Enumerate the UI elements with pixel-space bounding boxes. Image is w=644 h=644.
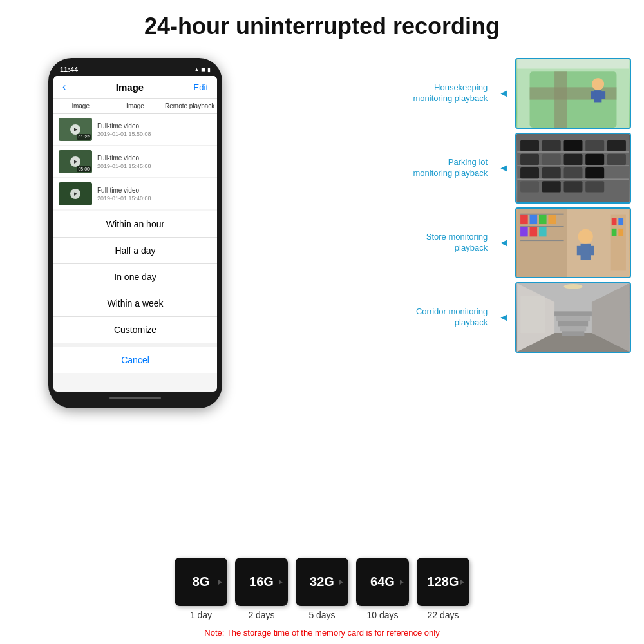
svg-rect-33 bbox=[520, 215, 528, 224]
svg-rect-59 bbox=[558, 321, 588, 327]
action-customize[interactable]: Customize bbox=[53, 317, 217, 343]
phone-section: 11:44 ▲ ◼ ▮ ‹ Image Edit image Image Rem… bbox=[6, 52, 264, 553]
tab-remote-playback[interactable]: Remote playback bbox=[162, 99, 217, 113]
svg-rect-44 bbox=[581, 244, 591, 260]
svg-rect-19 bbox=[607, 154, 626, 165]
action-cancel[interactable]: Cancel bbox=[53, 347, 217, 373]
action-within-hour[interactable]: Within an hour bbox=[53, 211, 217, 238]
play-btn-1[interactable]: ▶ bbox=[70, 124, 80, 135]
monitoring-row-parking: Parking lotmonitoring playback ◄ bbox=[277, 133, 631, 204]
video-item-2[interactable]: ▶ 05:00 Full-time video 2019-01-01 15:45… bbox=[53, 146, 217, 177]
svg-rect-30 bbox=[517, 178, 629, 180]
svg-rect-6 bbox=[591, 91, 596, 99]
arrow-corridor: ◄ bbox=[498, 312, 509, 323]
page-title: 24-hour uninterrupted recording bbox=[144, 13, 500, 40]
svg-rect-17 bbox=[564, 154, 583, 165]
video-thumb-3: ▶ bbox=[59, 182, 92, 205]
app-header: ‹ Image Edit bbox=[53, 76, 217, 99]
action-within-week[interactable]: Within a week bbox=[53, 290, 217, 317]
svg-rect-27 bbox=[585, 181, 604, 192]
right-panel: Housekeepingmonitoring playback ◄ bbox=[264, 52, 638, 553]
sd-card-item-32g: 32G 5 days bbox=[296, 558, 348, 620]
svg-rect-12 bbox=[564, 140, 583, 151]
corridor-image bbox=[515, 282, 631, 353]
duration-1: 01:22 bbox=[77, 134, 91, 140]
svg-rect-28 bbox=[517, 151, 629, 153]
svg-rect-29 bbox=[517, 165, 629, 166]
video-thumb-2: ▶ 05:00 bbox=[59, 150, 92, 173]
video-info-1: Full-time video 2019-01-01 15:50:08 bbox=[97, 122, 212, 137]
svg-rect-42 bbox=[520, 214, 564, 215]
svg-rect-57 bbox=[554, 311, 592, 316]
monitoring-row-store: Store monitoringplayback ◄ bbox=[277, 207, 631, 278]
action-half-day[interactable]: Half a day bbox=[53, 238, 217, 264]
video-title-2: Full-time video bbox=[97, 155, 212, 162]
phone-status-icons: ▲ ◼ ▮ bbox=[194, 66, 211, 73]
phone-screen: ‹ Image Edit image Image Remote playback bbox=[53, 76, 217, 392]
back-button[interactable]: ‹ bbox=[62, 81, 66, 93]
tab-image1[interactable]: image bbox=[53, 99, 108, 113]
housekeeping-img-content bbox=[516, 59, 630, 128]
sd-days-32g: 5 days bbox=[308, 610, 335, 620]
svg-point-43 bbox=[578, 229, 593, 244]
svg-rect-2 bbox=[554, 71, 567, 128]
tab-image2[interactable]: Image bbox=[108, 99, 163, 113]
svg-rect-16 bbox=[542, 154, 561, 165]
monitoring-row-corridor: Corridor monitoringplayback ◄ bbox=[277, 282, 631, 353]
phone-time: 11:44 bbox=[60, 66, 78, 73]
svg-rect-35 bbox=[539, 215, 547, 224]
svg-point-4 bbox=[592, 78, 604, 90]
store-image bbox=[515, 207, 631, 278]
video-date-1: 2019-01-01 15:50:08 bbox=[97, 131, 212, 137]
sd-size-64g: 64G bbox=[370, 574, 395, 589]
app-title: Image bbox=[116, 82, 144, 93]
sd-card-8g: 8G bbox=[175, 558, 227, 606]
sd-size-16g: 16G bbox=[249, 574, 274, 589]
svg-rect-34 bbox=[530, 215, 538, 224]
svg-rect-51 bbox=[618, 229, 623, 236]
svg-rect-36 bbox=[548, 215, 556, 224]
monitoring-row-housekeeping: Housekeepingmonitoring playback ◄ bbox=[277, 58, 631, 129]
action-in-one-day[interactable]: In one day bbox=[53, 264, 217, 290]
arrow-housekeeping: ◄ bbox=[498, 88, 509, 99]
sd-card-item-128g: 128G 22 days bbox=[417, 558, 469, 620]
sd-card-item-16g: 16G 2 days bbox=[235, 558, 288, 620]
svg-rect-7 bbox=[600, 91, 605, 99]
sd-days-128g: 22 days bbox=[427, 610, 459, 620]
video-list: ▶ 01:22 Full-time video 2019-01-01 15:50… bbox=[53, 114, 217, 209]
play-btn-2[interactable]: ▶ bbox=[70, 156, 80, 167]
video-title-3: Full-time video bbox=[97, 187, 212, 194]
video-thumb-1: ▶ 01:22 bbox=[59, 118, 92, 141]
svg-rect-45 bbox=[577, 246, 582, 255]
housekeeping-image bbox=[515, 58, 631, 129]
page-wrapper: 24-hour uninterrupted recording 11:44 ▲ … bbox=[0, 0, 644, 644]
svg-rect-48 bbox=[612, 218, 617, 225]
sd-size-32g: 32G bbox=[310, 574, 334, 589]
video-date-2: 2019-01-01 15:45:08 bbox=[97, 163, 212, 169]
svg-rect-60 bbox=[560, 326, 586, 331]
edit-button[interactable]: Edit bbox=[194, 82, 208, 92]
storage-note: Note: The storage time of the memory car… bbox=[204, 628, 439, 638]
parking-label: Parking lotmonitoring playback bbox=[277, 157, 491, 179]
sd-days-64g: 10 days bbox=[366, 610, 398, 620]
svg-rect-41 bbox=[520, 226, 564, 227]
svg-rect-58 bbox=[556, 316, 590, 321]
store-img-content bbox=[516, 209, 630, 277]
video-item-3[interactable]: ▶ Full-time video 2019-01-01 15:40:08 bbox=[53, 178, 217, 209]
phone-status-bar: 11:44 ▲ ◼ ▮ bbox=[53, 66, 217, 73]
parking-img-content bbox=[516, 134, 630, 202]
svg-rect-18 bbox=[585, 154, 604, 165]
sd-card-32g: 32G bbox=[296, 558, 348, 606]
svg-rect-8 bbox=[517, 59, 629, 68]
svg-rect-61 bbox=[562, 331, 585, 336]
duration-2: 05:00 bbox=[77, 166, 91, 172]
sd-card-128g: 128G bbox=[417, 558, 469, 606]
video-item-1[interactable]: ▶ 01:22 Full-time video 2019-01-01 15:50… bbox=[53, 114, 217, 145]
sd-card-item-64g: 64G 10 days bbox=[356, 558, 409, 620]
svg-rect-1 bbox=[530, 71, 617, 128]
svg-rect-26 bbox=[564, 181, 583, 192]
phone-device: 11:44 ▲ ◼ ▮ ‹ Image Edit image Image Rem… bbox=[48, 58, 222, 408]
play-btn-3[interactable]: ▶ bbox=[70, 189, 80, 199]
svg-rect-39 bbox=[539, 227, 547, 236]
svg-rect-23 bbox=[585, 167, 604, 178]
